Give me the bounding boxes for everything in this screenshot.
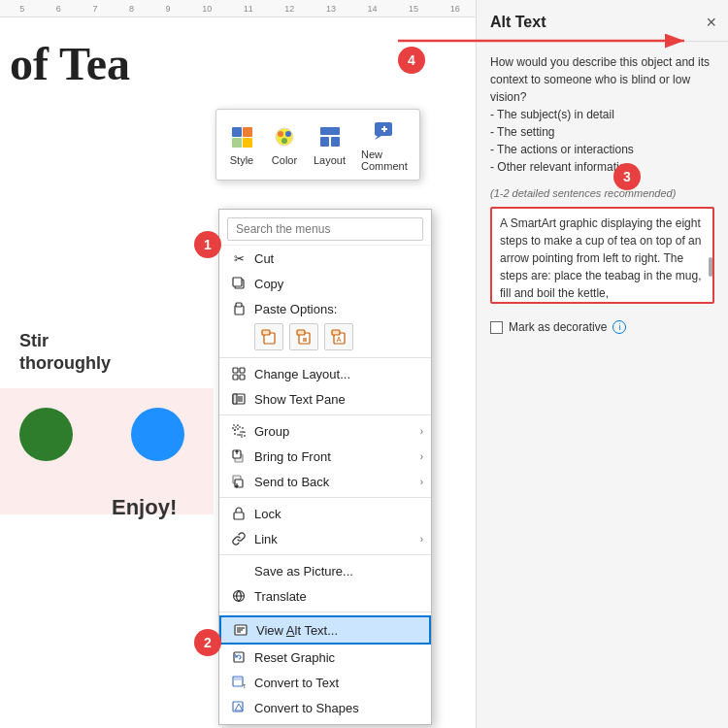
menu-search-container <box>219 214 431 246</box>
lock-icon <box>231 506 247 521</box>
toolbar-style[interactable]: Style <box>228 123 255 166</box>
toolbar-color[interactable]: Color <box>271 123 298 166</box>
group-label: Group <box>254 424 419 439</box>
badge-3: 3 <box>613 163 641 190</box>
panel-description: How would you describe this object and i… <box>490 53 714 176</box>
reset-graphic-label: Reset Graphic <box>254 650 419 665</box>
copy-label: Copy <box>254 277 419 291</box>
badge-1: 1 <box>194 231 221 258</box>
circle-green <box>19 408 73 461</box>
decorative-label: Mark as decorative <box>509 320 607 334</box>
svg-rect-3 <box>243 138 252 148</box>
toolbar-new-comment[interactable]: NewComment <box>361 117 408 172</box>
svg-rect-30 <box>233 375 238 380</box>
style-label: Style <box>230 154 253 166</box>
svg-rect-0 <box>232 127 242 137</box>
color-icon <box>271 123 298 150</box>
copy-icon <box>231 276 247 291</box>
menu-item-link[interactable]: Link › <box>219 526 431 551</box>
context-menu: ✂ Cut Copy Paste Options: <box>218 209 432 725</box>
save-picture-label: Save as Picture... <box>254 564 419 579</box>
layout-icon <box>316 123 344 150</box>
menu-item-convert-to-text[interactable]: T Convert to Text <box>219 670 431 695</box>
new-comment-icon <box>371 117 398 145</box>
link-arrow: › <box>420 534 423 545</box>
svg-text:A: A <box>337 336 342 343</box>
svg-rect-20 <box>262 330 270 335</box>
decorative-row: Mark as decorative i <box>490 320 714 334</box>
new-comment-label: NewComment <box>361 149 408 172</box>
enjoy-text: Enjoy! <box>112 495 177 520</box>
color-label: Color <box>272 154 297 166</box>
convert-text-label: Convert to Text <box>254 676 419 690</box>
group-icon <box>231 423 247 439</box>
svg-text:T: T <box>243 683 246 689</box>
ruler-marks: 5 6 7 8 9 10 11 12 13 14 15 16 <box>4 4 476 14</box>
style-icon <box>228 123 255 150</box>
badge-2: 2 <box>194 629 221 656</box>
layout-label: Layout <box>314 154 346 166</box>
svg-rect-10 <box>331 137 340 147</box>
paste-option-3[interactable]: A <box>324 323 353 350</box>
reset-graphic-icon <box>231 649 247 665</box>
translate-icon <box>231 588 247 604</box>
link-label: Link <box>254 532 419 546</box>
menu-item-bring-to-front[interactable]: Bring to Front › <box>219 444 431 469</box>
convert-shapes-icon <box>231 700 247 715</box>
send-back-icon <box>231 474 247 489</box>
send-back-label: Send to Back <box>254 475 419 489</box>
menu-item-paste-options[interactable]: Paste Options: <box>219 296 431 321</box>
menu-item-lock[interactable]: Lock <box>219 501 431 526</box>
toolbar-layout[interactable]: Layout <box>314 123 346 166</box>
send-back-arrow: › <box>420 477 423 487</box>
menu-item-show-text-pane[interactable]: Show Text Pane <box>219 386 431 412</box>
svg-point-5 <box>278 131 283 137</box>
menu-item-reset-graphic[interactable]: Reset Graphic <box>219 645 431 670</box>
bring-front-arrow: › <box>420 451 423 462</box>
paste-options-row: A <box>219 321 431 354</box>
menu-item-convert-to-shapes[interactable]: Convert to Shapes <box>219 695 431 720</box>
menu-item-translate[interactable]: Translate <box>219 583 431 609</box>
svg-point-7 <box>281 138 287 144</box>
paste-option-1[interactable] <box>254 323 283 350</box>
ruler: 5 6 7 8 9 10 11 12 13 14 15 16 <box>0 0 476 17</box>
menu-item-send-to-back[interactable]: Send to Back › <box>219 469 431 494</box>
menu-item-group[interactable]: Group › <box>219 418 431 444</box>
convert-shapes-label: Convert to Shapes <box>254 701 419 715</box>
menu-item-change-layout[interactable]: Change Layout... <box>219 361 431 386</box>
change-layout-icon <box>231 366 247 381</box>
info-icon[interactable]: i <box>612 320 626 334</box>
svg-rect-29 <box>240 368 245 373</box>
menu-item-copy[interactable]: Copy <box>219 271 431 296</box>
link-icon <box>231 531 247 546</box>
svg-marker-12 <box>375 136 381 140</box>
svg-rect-48 <box>234 513 244 519</box>
lock-label: Lock <box>254 507 419 521</box>
view-alt-text-label: View Alt Text... <box>256 623 417 638</box>
scrollbar-indicator[interactable] <box>709 257 712 277</box>
bring-front-label: Bring to Front <box>254 449 419 464</box>
svg-rect-22 <box>297 330 305 335</box>
paste-option-2[interactable] <box>289 323 318 350</box>
svg-rect-28 <box>233 368 238 373</box>
change-layout-label: Change Layout... <box>254 367 419 381</box>
circle-blue <box>131 408 184 461</box>
bring-front-icon <box>231 448 247 464</box>
svg-rect-1 <box>243 127 252 137</box>
view-alt-text-icon <box>233 622 248 638</box>
svg-rect-18 <box>236 303 242 307</box>
svg-rect-26 <box>332 330 340 335</box>
menu-item-view-alt-text[interactable]: View Alt Text... <box>219 615 431 645</box>
menu-item-cut[interactable]: ✂ Cut <box>219 246 431 271</box>
svg-rect-31 <box>240 375 245 380</box>
decorative-checkbox[interactable] <box>490 321 503 334</box>
svg-rect-2 <box>232 138 242 148</box>
svg-rect-8 <box>320 127 340 135</box>
menu-item-save-as-picture[interactable]: Save as Picture... <box>219 558 431 583</box>
show-text-pane-icon <box>231 391 247 407</box>
alt-text-textarea[interactable]: A SmartArt graphic displaying the eight … <box>490 207 714 304</box>
search-input[interactable] <box>227 217 423 241</box>
svg-point-6 <box>285 131 291 137</box>
panel-body: How would you describe this object and i… <box>477 42 728 346</box>
show-text-pane-label: Show Text Pane <box>254 392 419 407</box>
